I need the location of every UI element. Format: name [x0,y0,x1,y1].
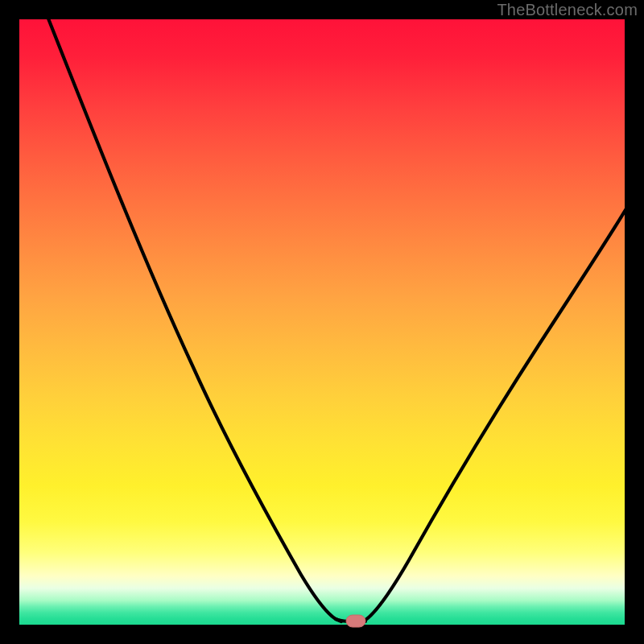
optimal-marker [346,615,365,627]
bottleneck-curve [19,19,625,625]
watermark-text: TheBottleneck.com [497,1,638,19]
chart-frame: TheBottleneck.com [0,0,644,644]
curve-left [47,14,341,621]
curve-right [363,200,631,621]
